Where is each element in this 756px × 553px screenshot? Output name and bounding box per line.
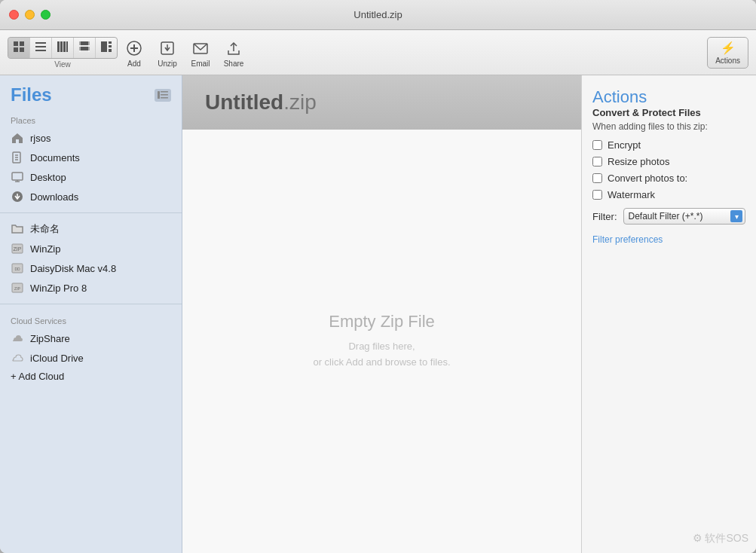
sidebar-item-zipshare[interactable]: ZipShare <box>0 328 182 348</box>
encrypt-checkbox[interactable] <box>592 140 602 150</box>
empty-title: Empty Zip File <box>329 312 435 331</box>
svg-rect-12 <box>79 47 90 50</box>
email-icon <box>190 38 211 59</box>
lightning-icon: ⚡ <box>721 41 736 55</box>
convert-protect-title: Convert & Protect Files <box>592 107 745 118</box>
sidebar-item-add-cloud[interactable]: + Add Cloud <box>0 368 182 385</box>
filename-base: Untitled <box>205 90 283 114</box>
svg-rect-1 <box>20 41 24 46</box>
sidebar-item-label-downloads: Downloads <box>30 191 78 203</box>
share-icon <box>223 38 244 59</box>
daisydisk-icon: DD <box>11 261 24 275</box>
sidebar-header: Files <box>0 75 182 110</box>
svg-rect-9 <box>63 41 66 52</box>
share-label: Share <box>224 60 244 68</box>
svg-rect-17 <box>109 45 112 47</box>
filename-ext: .zip <box>283 90 317 114</box>
sidebar-title: Files <box>11 84 52 105</box>
sidebar-item-documents[interactable]: Documents <box>0 148 182 167</box>
add-button[interactable]: Add <box>124 38 145 68</box>
sidebar-item-downloads[interactable]: Downloads <box>0 187 182 206</box>
watermark-row: Watermark <box>592 189 745 200</box>
svg-rect-7 <box>57 41 60 52</box>
svg-rect-28 <box>158 91 160 99</box>
cloud-divider <box>0 304 182 304</box>
actions-panel: Actions Convert & Protect Files When add… <box>581 75 756 553</box>
sidebar-item-unnamed[interactable]: 未命名 <box>0 219 182 239</box>
svg-rect-6 <box>35 50 46 51</box>
svg-rect-10 <box>66 41 68 52</box>
view-btn-filmstrip[interactable] <box>74 38 95 58</box>
watermark-checkbox[interactable] <box>592 190 602 200</box>
view-btn-list[interactable] <box>30 38 51 58</box>
svg-text:ZIP: ZIP <box>14 246 22 252</box>
downloads-icon <box>11 190 24 203</box>
view-btn-columns[interactable] <box>52 38 73 58</box>
divider <box>0 212 182 213</box>
svg-rect-8 <box>60 41 63 52</box>
sidebar-item-winzip[interactable]: ZIP WinZip <box>0 239 182 258</box>
sidebar-item-label-zipshare: ZipShare <box>30 333 70 344</box>
filename: Untitled.zip <box>205 90 317 115</box>
sidebar-item-winzippro[interactable]: ZIP WinZip Pro 8 <box>0 278 182 298</box>
svg-rect-15 <box>101 41 107 52</box>
winzip-icon: ZIP <box>11 242 24 255</box>
watermark-label: Watermark <box>608 189 655 200</box>
svg-rect-14 <box>88 41 90 52</box>
actions-label: Actions <box>715 57 740 65</box>
svg-rect-13 <box>79 41 81 52</box>
encrypt-label: Encrypt <box>608 139 641 151</box>
sidebar-item-icloud[interactable]: iCloud Drive <box>0 348 182 368</box>
convert-label: Convert photos to: <box>608 173 687 184</box>
sidebar-item-rjsos[interactable]: rjsos <box>0 128 182 148</box>
sidebar-item-label-documents: Documents <box>30 152 80 163</box>
sidebar: Files Places rjsos <box>0 75 182 553</box>
maximize-button[interactable] <box>41 10 51 20</box>
email-label: Email <box>191 60 210 68</box>
svg-rect-3 <box>20 47 24 52</box>
svg-rect-18 <box>109 49 112 52</box>
sidebar-item-label-rjsos: rjsos <box>30 133 51 144</box>
window-title: Untitled.zip <box>354 9 402 20</box>
svg-rect-4 <box>35 42 46 44</box>
icloud-icon <box>11 351 24 365</box>
home-icon <box>11 131 24 145</box>
filter-preferences-link[interactable]: Filter preferences <box>592 234 663 245</box>
email-button[interactable]: Email <box>190 38 211 68</box>
convert-checkbox[interactable] <box>592 173 602 183</box>
add-cloud-label: + Add Cloud <box>11 371 64 382</box>
filter-row: Filter: Default Filter (+*.*) All Files … <box>592 208 745 225</box>
titlebar: Untitled.zip <box>0 0 756 30</box>
view-btn-grid[interactable] <box>8 38 29 58</box>
view-btn-preview[interactable] <box>96 38 117 58</box>
svg-rect-11 <box>79 41 90 45</box>
close-button[interactable] <box>9 10 19 20</box>
window-controls <box>9 10 51 20</box>
resize-checkbox[interactable] <box>592 157 602 167</box>
cloud-label: Cloud Services <box>0 310 182 328</box>
sidebar-item-desktop[interactable]: Desktop <box>0 167 182 187</box>
empty-subtitle: Drag files here, or click Add and browse… <box>313 339 450 371</box>
winzippro-icon: ZIP <box>11 281 24 295</box>
watermark: ⚙ 软件SOS <box>693 532 748 545</box>
sidebar-toggle-button[interactable] <box>155 89 171 102</box>
folder-unnamed-icon <box>11 222 24 236</box>
sidebar-item-label-unnamed: 未命名 <box>30 222 60 236</box>
unzip-button[interactable]: Unzip <box>157 38 178 68</box>
view-buttons <box>8 37 118 59</box>
sidebar-item-daisydisk[interactable]: DD DaisyDisk Mac v4.8 <box>0 258 182 278</box>
filter-select[interactable]: Default Filter (+*.*) All Files No Filte… <box>623 208 746 225</box>
actions-panel-title: Actions <box>592 87 647 106</box>
minimize-button[interactable] <box>25 10 35 20</box>
sidebar-item-label-daisydisk: DaisyDisk Mac v4.8 <box>30 263 116 274</box>
desktop-icon <box>11 170 24 184</box>
svg-rect-33 <box>12 173 23 180</box>
svg-rect-5 <box>35 46 46 47</box>
svg-text:ZIP: ZIP <box>14 286 20 291</box>
add-label: Add <box>127 60 141 68</box>
share-button[interactable]: Share <box>223 38 244 68</box>
actions-button[interactable]: ⚡ Actions <box>707 37 748 69</box>
svg-rect-0 <box>14 41 18 46</box>
svg-rect-25 <box>161 91 168 93</box>
sidebar-item-label-desktop: Desktop <box>30 172 66 183</box>
